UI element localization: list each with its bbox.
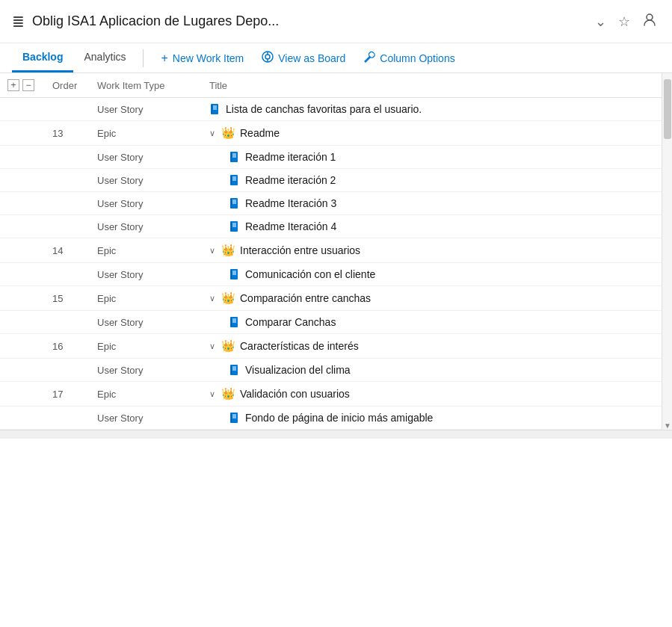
userstory-icon xyxy=(229,220,241,232)
table-row[interactable]: User Story Fondo de página de inicio más… xyxy=(0,407,672,430)
backlog-table-container: + − Order Work Item Type Title User Stor… xyxy=(0,73,672,430)
type-cell: User Story xyxy=(90,359,202,382)
expand-cell xyxy=(0,334,45,359)
table-row[interactable]: 13Epic∨👑Readme xyxy=(0,121,672,146)
chevron-icon[interactable]: ∨ xyxy=(209,129,215,138)
type-cell: Epic xyxy=(90,238,202,263)
table-row[interactable]: User Story Readme iteración 2 xyxy=(0,169,672,192)
order-cell: 14 xyxy=(45,238,90,263)
column-options-button[interactable]: Column Options xyxy=(354,45,463,72)
type-cell: User Story xyxy=(90,192,202,215)
title-cell[interactable]: ∨👑Comparación entre canchas xyxy=(202,286,672,311)
expand-cell xyxy=(0,286,45,311)
type-cell: User Story xyxy=(90,263,202,286)
person-icon[interactable] xyxy=(639,9,660,34)
scrollbar-track[interactable]: ▼ xyxy=(662,73,672,430)
title-cell[interactable]: Readme iteración 2 xyxy=(202,169,672,192)
title-cell[interactable]: ∨👑Características de interés xyxy=(202,334,672,359)
order-cell xyxy=(45,263,90,286)
backlog-table: + − Order Work Item Type Title User Stor… xyxy=(0,73,672,430)
order-cell xyxy=(45,311,90,334)
table-row[interactable]: 17Epic∨👑Validación con usuarios xyxy=(0,382,672,407)
new-work-item-button[interactable]: + New Work Item xyxy=(152,46,253,71)
title-text: Validación con usuarios xyxy=(240,388,350,400)
plus-icon: + xyxy=(161,52,168,65)
title-text: Readme Iteración 3 xyxy=(245,197,336,209)
col-expand-header: + − xyxy=(0,73,45,98)
userstory-icon xyxy=(229,151,241,163)
expand-all-button[interactable]: + xyxy=(7,79,19,91)
title-cell[interactable]: Comparar Canchas xyxy=(202,311,672,334)
title-cell[interactable]: Readme Iteración 3 xyxy=(202,192,672,215)
svg-point-0 xyxy=(647,14,653,20)
horizontal-scrollbar[interactable] xyxy=(0,430,672,439)
chevron-icon[interactable]: ∨ xyxy=(209,246,215,256)
title-text: Readme iteración 1 xyxy=(245,151,336,163)
scrollbar-down-arrow[interactable]: ▼ xyxy=(664,421,671,430)
type-cell: User Story xyxy=(90,98,202,121)
userstory-icon xyxy=(209,103,221,115)
expand-cell xyxy=(0,169,45,192)
title-cell[interactable]: Lista de canchas favoritas para el usuar… xyxy=(202,98,672,121)
title-cell[interactable]: Readme Iteración 4 xyxy=(202,215,672,238)
chevron-icon[interactable]: ∨ xyxy=(209,342,215,351)
expand-cell xyxy=(0,311,45,334)
order-cell: 13 xyxy=(45,121,90,146)
title-text: Interacción entre usuarios xyxy=(240,244,360,256)
table-row[interactable]: 14Epic∨👑Interacción entre usuarios xyxy=(0,238,672,263)
epic-icon: 👑 xyxy=(221,126,235,140)
table-row[interactable]: 15Epic∨👑Comparación entre canchas xyxy=(0,286,672,311)
chevron-icon[interactable]: ∨ xyxy=(209,294,215,303)
type-cell: User Story xyxy=(90,215,202,238)
expand-cell xyxy=(0,121,45,146)
col-title-header: Title xyxy=(202,73,672,98)
chevron-down-button[interactable]: ⌄ xyxy=(592,10,609,33)
svg-rect-46 xyxy=(231,413,232,422)
title-text: Readme iteración 2 xyxy=(245,174,336,186)
nav-divider xyxy=(143,49,144,67)
expand-cell xyxy=(0,382,45,407)
title-cell[interactable]: Visualizacion del clima xyxy=(202,359,672,382)
type-cell: User Story xyxy=(90,169,202,192)
epic-icon: 👑 xyxy=(221,291,235,305)
type-cell: User Story xyxy=(90,407,202,430)
chevron-icon[interactable]: ∨ xyxy=(209,389,215,399)
expand-cell xyxy=(0,98,45,121)
tab-backlog[interactable]: Backlog xyxy=(12,43,73,72)
table-row[interactable]: User Story Readme Iteración 4 xyxy=(0,215,672,238)
table-row[interactable]: User Story Readme Iteración 3 xyxy=(0,192,672,215)
svg-rect-16 xyxy=(231,176,232,185)
type-cell: Epic xyxy=(90,286,202,311)
svg-rect-6 xyxy=(212,105,212,114)
order-cell: 16 xyxy=(45,334,90,359)
col-type-header: Work Item Type xyxy=(90,73,202,98)
svg-rect-21 xyxy=(231,199,232,208)
order-cell xyxy=(45,98,90,121)
type-cell: Epic xyxy=(90,121,202,146)
table-row[interactable]: User Story Comparar Canchas xyxy=(0,311,672,334)
app-title: Oblig ISA1 Aplicacion de Lugares Depo... xyxy=(32,13,585,29)
title-cell[interactable]: ∨👑Interacción entre usuarios xyxy=(202,238,672,263)
title-cell[interactable]: ∨👑Readme xyxy=(202,121,672,146)
table-row[interactable]: User Story Visualizacion del clima xyxy=(0,359,672,382)
app-icon: ≣ xyxy=(12,13,25,31)
collapse-all-button[interactable]: − xyxy=(22,79,34,91)
star-icon[interactable]: ☆ xyxy=(615,10,633,33)
table-row[interactable]: User Story Readme iteración 1 xyxy=(0,146,672,169)
app-header: ≣ Oblig ISA1 Aplicacion de Lugares Depo.… xyxy=(0,0,672,43)
table-row[interactable]: 16Epic∨👑Características de interés xyxy=(0,334,672,359)
userstory-icon xyxy=(229,268,241,280)
table-row[interactable]: User Story Lista de canchas favoritas pa… xyxy=(0,98,672,121)
board-icon xyxy=(262,51,274,66)
userstory-icon xyxy=(229,197,241,209)
table-row[interactable]: User Story Comunicación con el cliente xyxy=(0,263,672,286)
title-cell[interactable]: Readme iteración 1 xyxy=(202,146,672,169)
title-cell[interactable]: Fondo de página de inicio más amigable xyxy=(202,407,672,430)
title-cell[interactable]: Comunicación con el cliente xyxy=(202,263,672,286)
title-cell[interactable]: ∨👑Validación con usuarios xyxy=(202,382,672,407)
scrollbar-thumb[interactable] xyxy=(664,79,671,139)
expand-cell xyxy=(0,192,45,215)
tab-analytics[interactable]: Analytics xyxy=(73,43,136,72)
view-as-board-button[interactable]: View as Board xyxy=(253,45,354,72)
title-text: Readme xyxy=(240,127,280,139)
